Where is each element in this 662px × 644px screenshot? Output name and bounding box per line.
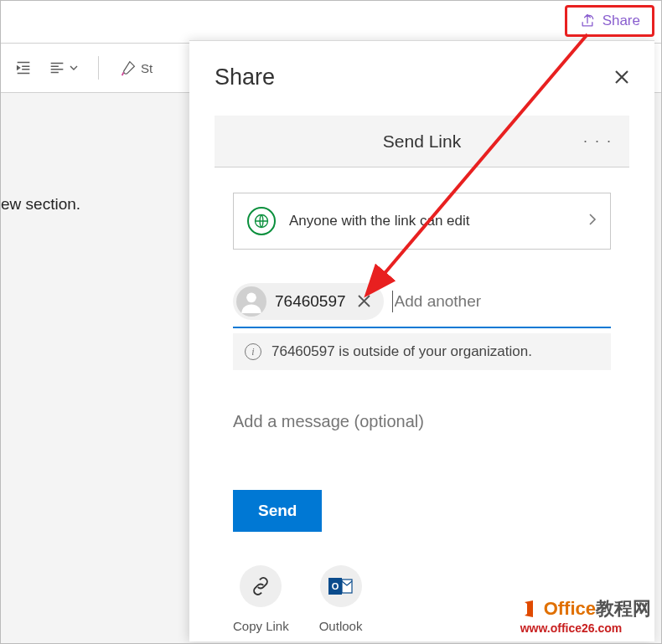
styles-label: St <box>141 61 153 75</box>
svg-text:O: O <box>331 581 339 591</box>
indent-button[interactable] <box>14 59 33 77</box>
avatar-icon <box>236 286 266 317</box>
ellipsis-icon: · · · <box>583 132 613 149</box>
share-panel: Share Send Link · · · Anyone with the li… <box>189 40 654 641</box>
warning-text: 76460597 is outside of your organization… <box>272 343 532 360</box>
office-logo-icon <box>520 599 540 619</box>
indent-icon <box>14 59 33 77</box>
message-input[interactable] <box>233 412 611 431</box>
share-button-top[interactable]: Share <box>565 5 654 37</box>
external-warning: i 76460597 is outside of your organizati… <box>233 333 611 370</box>
svg-point-1 <box>246 293 256 303</box>
toolbar-separator <box>98 56 99 80</box>
close-button[interactable] <box>614 66 629 90</box>
svg-rect-4 <box>342 580 352 593</box>
chevron-right-icon <box>588 214 597 229</box>
globe-icon <box>247 207 276 235</box>
recipients-input-row[interactable]: 76460597 <box>233 283 611 328</box>
recipient-chip: 76460597 <box>233 283 384 320</box>
chevron-down-icon <box>70 64 78 72</box>
close-icon <box>614 70 629 85</box>
outlook-icon: O <box>328 575 354 597</box>
share-icon <box>579 13 596 29</box>
align-icon <box>48 59 66 77</box>
link-scope-button[interactable]: Anyone with the link can edit <box>233 193 611 250</box>
link-icon <box>250 575 272 597</box>
copy-link-button[interactable]: Copy Link <box>233 565 289 633</box>
align-button[interactable] <box>48 59 78 77</box>
outlook-label: Outlook <box>319 619 363 633</box>
copy-link-label: Copy Link <box>233 619 289 633</box>
add-recipient-input[interactable] <box>392 291 611 312</box>
send-link-header: Send Link · · · <box>215 116 629 167</box>
info-icon: i <box>245 343 261 360</box>
send-button[interactable]: Send <box>233 490 322 532</box>
send-link-title: Send Link <box>383 131 461 152</box>
outlook-button[interactable]: O Outlook <box>319 565 363 633</box>
remove-recipient-button[interactable] <box>354 291 374 312</box>
link-scope-label: Anyone with the link can edit <box>289 213 575 229</box>
share-panel-title: Share <box>215 64 275 90</box>
watermark-url: www.office26.com <box>520 621 651 635</box>
share-button-label: Share <box>603 13 640 29</box>
paintbrush-icon <box>119 59 137 77</box>
watermark: Office教程网 www.office26.com <box>520 596 651 635</box>
styles-button[interactable]: St <box>119 59 153 77</box>
document-text: ew section. <box>1 195 80 214</box>
close-icon <box>358 295 370 307</box>
more-options-button[interactable]: · · · <box>583 132 613 150</box>
recipient-name: 76460597 <box>275 292 346 311</box>
